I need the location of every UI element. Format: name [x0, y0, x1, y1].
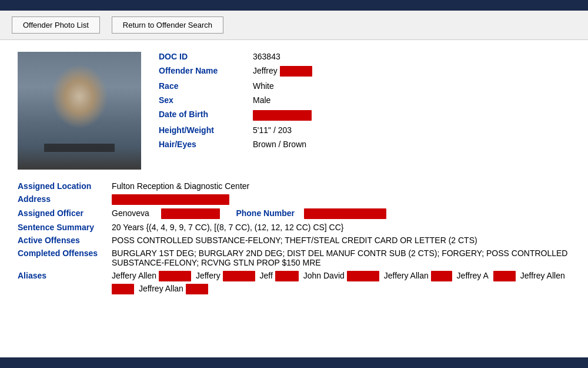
return-search-button[interactable]: Return to Offender Search: [112, 16, 223, 34]
location-label: Assigned Location: [18, 181, 112, 191]
address-redacted: [112, 194, 229, 205]
location-value: Fulton Reception & Diagnostic Center: [112, 181, 570, 191]
name-redacted: [280, 66, 312, 77]
height-row: Height/Weight 5'11" / 203: [159, 125, 570, 135]
offender-photo: [18, 52, 141, 170]
aliases-label: Aliases: [18, 271, 112, 280]
officer-value: Genoveva Phone Number: [112, 208, 570, 219]
phone-redacted: [304, 208, 386, 219]
hair-row: Hair/Eyes Brown / Brown: [159, 140, 570, 149]
active-value: POSS CONTROLLED SUBSTANCE-FELONY; THEFT/…: [112, 236, 570, 245]
sex-label: Sex: [159, 95, 253, 105]
address-row: Address: [18, 194, 570, 205]
address-label: Address: [18, 194, 112, 204]
main-info: DOC ID 363843 Offender Name Jeffrey Race…: [18, 52, 570, 170]
location-row: Assigned Location Fulton Reception & Dia…: [18, 181, 570, 191]
dob-row: Date of Birth: [159, 110, 570, 120]
aliases-value: Jeffery Allen Jeffery Jeff John David Je…: [112, 271, 570, 294]
aliases-row: Aliases Jeffery Allen Jeffery Jeff John …: [18, 271, 570, 294]
content: DOC ID 363843 Offender Name Jeffrey Race…: [0, 40, 588, 310]
dob-label: Date of Birth: [159, 110, 253, 119]
race-value: White: [253, 81, 274, 91]
bottom-bar: [0, 357, 588, 368]
photo-list-button[interactable]: Offender Photo List: [12, 16, 100, 34]
sentence-row: Sentence Summary 20 Years {(4, 4, 9, 9, …: [18, 223, 570, 232]
active-label: Active Offenses: [18, 236, 112, 245]
doc-id-label: DOC ID: [159, 52, 253, 61]
officer-redacted: [161, 208, 220, 219]
dob-value: [253, 110, 312, 120]
doc-id-value: 363843: [253, 52, 280, 61]
completed-label: Completed Offenses: [18, 248, 112, 258]
officer-label: Assigned Officer: [18, 208, 112, 218]
race-label: Race: [159, 81, 253, 91]
hair-label: Hair/Eyes: [159, 140, 253, 149]
name-value: Jeffrey: [253, 66, 312, 77]
photo-placeholder: [18, 52, 141, 170]
details-section: Assigned Location Fulton Reception & Dia…: [18, 181, 570, 298]
fields-right: DOC ID 363843 Offender Name Jeffrey Race…: [159, 52, 570, 170]
top-bar: [0, 0, 588, 11]
sex-row: Sex Male: [159, 95, 570, 105]
height-label: Height/Weight: [159, 125, 253, 135]
sentence-label: Sentence Summary: [18, 223, 112, 232]
height-value: 5'11" / 203: [253, 125, 292, 135]
toolbar: Offender Photo List Return to Offender S…: [0, 11, 588, 40]
hair-value: Brown / Brown: [253, 140, 306, 149]
active-row: Active Offenses POSS CONTROLLED SUBSTANC…: [18, 236, 570, 245]
sex-value: Male: [253, 95, 270, 105]
sentence-value: 20 Years {(4, 4, 9, 9, 7 CC), [(8, 7 CC)…: [112, 223, 570, 232]
name-label: Offender Name: [159, 66, 253, 75]
doc-id-row: DOC ID 363843: [159, 52, 570, 61]
completed-row: Completed Offenses BURGLARY 1ST DEG; BUR…: [18, 248, 570, 267]
phone-label: Phone Number: [236, 208, 295, 218]
race-row: Race White: [159, 81, 570, 91]
officer-row: Assigned Officer Genoveva Phone Number: [18, 208, 570, 219]
dob-redacted: [253, 110, 312, 121]
address-value: [112, 194, 570, 205]
name-row: Offender Name Jeffrey: [159, 66, 570, 77]
completed-value: BURGLARY 1ST DEG; BURGLARY 2ND DEG; DIST…: [112, 248, 570, 267]
